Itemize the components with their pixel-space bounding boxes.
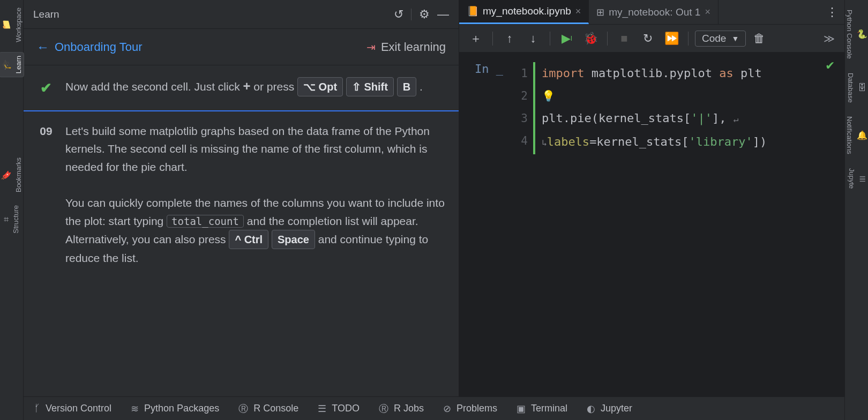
divider [688,32,689,46]
rail-label: Structure [12,205,20,234]
tab-menu-button[interactable]: ⋮ [820,0,844,24]
gear-icon[interactable]: ⚙ [419,8,430,21]
rail-label: Python Console [845,10,854,59]
rail-label: Bookmarks [14,158,23,192]
code-cell[interactable]: In _ 1 2 3 4 import matplotlib.pyplot [459,62,844,154]
exit-learning-label: Exit learning [381,40,446,54]
database-icon: 🗄 [858,83,866,93]
tab-notebook[interactable]: 📙 my_notebook.ipynb × [459,0,589,24]
rail-database[interactable]: 🗄 Database [845,71,867,105]
exit-learning-button[interactable]: ⇥ Exit learning [366,40,446,54]
right-tool-rail: 🐍 Python Console 🗄 Database 🔔 Notificati… [844,0,868,420]
branch-icon: ᚶ [34,403,40,414]
run-all-button[interactable]: ⏩ [661,29,682,48]
learn-header: Learn ↺ ⚙ — [24,0,459,29]
plus-icon: + [243,79,251,93]
sb-r-jobs[interactable]: Ⓡ R Jobs [379,402,424,415]
structure-icon: ⌗ [1,217,11,222]
divider [492,32,493,46]
debug-cell-button[interactable]: 🐞 [580,29,601,48]
code-line-4: ↳labels=kernel_stats['library']) [542,131,844,154]
code-lines[interactable]: import matplotlib.pyplot as plt 💡 plt.pi… [533,62,844,154]
step-09-para1: Let's build some matplotlib graphs based… [65,122,446,176]
terminal-icon: ▣ [517,403,526,415]
back-to-tour-button[interactable]: ← Onboarding Tour [36,40,143,55]
graduation-icon: 🎓 [1,59,11,70]
move-up-button[interactable]: ↑ [499,29,520,48]
sb-jupyter[interactable]: ◐ Jupyter [587,403,632,415]
kbd-shift: ⇧ Shift [346,77,394,96]
rail-workspace[interactable]: 📁 Workspace [0,4,24,46]
bell-icon: 🔔 [857,130,867,140]
arrow-left-icon: ← [36,40,49,55]
code-line-2: 💡 [542,85,844,107]
tab-label: my_notebook.ipynb [483,5,571,17]
line-gutter: 1 2 3 4 [512,62,533,152]
sb-todo[interactable]: ☰ TODO [318,403,360,415]
rail-label: Notifications [845,116,854,154]
toolbar-more-button[interactable]: ≫ [820,32,838,45]
rail-python-console[interactable]: 🐍 Python Console [844,8,868,61]
center-column: Learn ↺ ⚙ — ← Onboarding Tour ⇥ [24,0,844,420]
editor-column: 📙 my_notebook.ipynb × ⊞ my_notebook: Out… [459,0,844,396]
check-icon: ✔ [36,77,56,100]
step-done-text: Now add the second cell. Just click + or… [65,76,446,96]
list-icon: ☰ [318,403,326,415]
move-down-button[interactable]: ↓ [523,29,543,48]
sb-python-packages[interactable]: ≋ Python Packages [131,403,219,415]
editor-tab-bar: 📙 my_notebook.ipynb × ⊞ my_notebook: Out… [459,0,844,25]
jobs-icon: Ⓡ [379,402,388,415]
table-icon: ⊞ [596,6,604,18]
learn-panel: Learn ↺ ⚙ — ← Onboarding Tour ⇥ [24,0,459,396]
sb-terminal[interactable]: ▣ Terminal [517,403,567,415]
jupyter-icon: ≣ [859,174,866,184]
tab-label: my_notebook: Out 1 [609,6,700,18]
warning-icon: ⊘ [443,403,451,415]
intention-bulb-icon[interactable]: 💡 [542,89,555,102]
rail-notifications[interactable]: 🔔 Notifications [844,114,868,156]
stop-button[interactable]: ■ [614,29,634,48]
divider [550,32,550,46]
kbd-ctrl: ^ Ctrl [229,230,268,249]
divider [411,9,411,20]
exit-icon: ⇥ [366,41,376,54]
r-icon: Ⓡ [238,402,248,415]
minimize-icon[interactable]: — [437,8,449,21]
close-icon[interactable]: × [705,6,710,18]
back-tour-label: Onboarding Tour [55,40,143,54]
code-line-3: plt.pie(kernel_stats['|'], ↵ [542,107,844,131]
code-area[interactable]: ✔ In _ 1 2 3 4 import [459,52,844,396]
reset-icon[interactable]: ↺ [394,8,403,21]
rail-label: Learn [14,56,23,73]
sb-version-control[interactable]: ᚶ Version Control [34,403,111,414]
code-line-1: import matplotlib.pyplot as plt [542,62,844,85]
wrap-icon: ↵ [734,114,739,124]
kbd-b: B [397,77,416,96]
status-bar: ᚶ Version Control ≋ Python Packages Ⓡ R … [24,396,844,420]
restart-button[interactable]: ↻ [638,29,658,48]
close-icon[interactable]: × [575,6,581,17]
cell-type-dropdown[interactable]: Code ▼ [695,31,746,47]
learn-title: Learn [33,9,394,20]
delete-cell-button[interactable]: 🗑 [749,29,769,48]
sb-problems[interactable]: ⊘ Problems [443,403,497,415]
packages-icon: ≋ [131,403,139,415]
kbd-opt: ⌥ Opt [297,77,343,96]
wrap-cont-icon: ↳ [542,138,547,148]
kbd-space: Space [272,230,315,249]
divider [607,32,608,46]
python-icon: 🐍 [857,29,867,39]
sb-r-console[interactable]: Ⓡ R Console [238,402,298,415]
bookmark-icon: 🔖 [1,170,11,181]
rail-bookmarks[interactable]: 🔖 Bookmarks [0,154,24,196]
tab-output[interactable]: ⊞ my_notebook: Out 1 × [589,0,719,24]
rail-structure[interactable]: ⌗ Structure [3,202,21,237]
rail-jupyter-right[interactable]: ≣ Jupyte [847,166,867,191]
run-cell-button[interactable]: ▶I [557,29,577,48]
step-number: 09 [36,122,56,140]
rail-learn[interactable]: 🎓 Learn [0,52,24,77]
rail-label: Database [847,73,855,103]
notebook-file-icon: 📙 [467,5,478,17]
add-cell-button[interactable]: ＋ [466,29,486,48]
learn-content: ✔ Now add the second cell. Just click + … [24,65,459,396]
